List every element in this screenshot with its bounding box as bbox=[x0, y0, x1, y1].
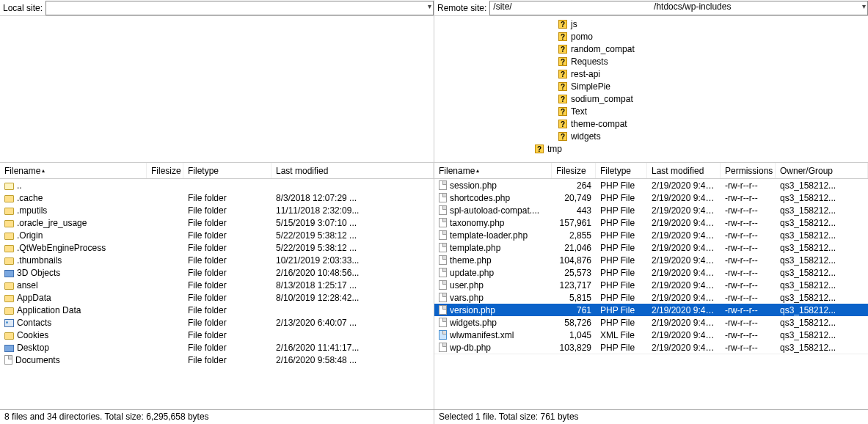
file-lastmod: 2/16/2020 10:48:56... bbox=[271, 268, 434, 278]
tree-item[interactable]: ?SimplePie bbox=[434, 80, 868, 92]
table-row[interactable]: .QtWebEngineProcessFile folder5/22/2019 … bbox=[0, 241, 434, 254]
unknown-folder-icon: ? bbox=[558, 44, 568, 54]
table-row[interactable]: taxonomy.php157,961PHP File2/19/2020 9:4… bbox=[434, 216, 868, 229]
table-row[interactable]: .cacheFile folder8/3/2018 12:07:29 ... bbox=[0, 191, 434, 204]
file-size: 123,717 bbox=[552, 280, 596, 290]
table-row[interactable]: .. bbox=[0, 179, 434, 191]
tree-item[interactable]: ?pomo bbox=[434, 30, 868, 43]
file-permissions: -rw-r--r-- bbox=[721, 305, 776, 315]
file-type: PHP File bbox=[596, 305, 647, 315]
table-row[interactable]: version.php761PHP File2/19/2020 9:45:...… bbox=[434, 304, 868, 316]
table-row[interactable]: AppDataFile folder8/10/2019 12:28:42... bbox=[0, 291, 434, 304]
table-row[interactable]: anselFile folder8/13/2018 1:25:17 ... bbox=[0, 279, 434, 291]
table-row[interactable]: .thumbnailsFile folder10/21/2019 2:03:33… bbox=[0, 254, 434, 266]
table-row[interactable]: shortcodes.php20,749PHP File2/19/2020 9:… bbox=[434, 191, 868, 204]
file-lastmod: 2/19/2020 9:45:... bbox=[647, 230, 721, 241]
tree-item[interactable]: ?tmp bbox=[434, 142, 868, 155]
file-lastmod: 2/19/2020 9:45:... bbox=[647, 205, 721, 216]
local-site-input[interactable]: ▾ bbox=[45, 1, 434, 15]
table-row[interactable]: .mputilsFile folder11/11/2018 2:32:09... bbox=[0, 204, 434, 216]
file-size: 20,749 bbox=[552, 193, 596, 203]
file-permissions: -rw-r--r-- bbox=[721, 243, 776, 253]
file-icon bbox=[4, 355, 12, 365]
local-file-list[interactable]: Filename▴ Filesize Filetype Last modifie… bbox=[0, 163, 434, 409]
file-lastmod: 2/19/2020 9:45:... bbox=[647, 343, 721, 353]
table-row[interactable]: CookiesFile folder bbox=[0, 329, 434, 341]
file-icon bbox=[439, 218, 447, 227]
col-filesize[interactable]: Filesize bbox=[552, 163, 596, 178]
tree-item[interactable]: ?widgets bbox=[434, 130, 868, 142]
table-row[interactable]: vars.php5,815PHP File2/19/2020 9:45:...-… bbox=[434, 291, 868, 304]
col-lastmodified[interactable]: Last modified bbox=[647, 163, 721, 178]
folder-special-icon bbox=[4, 270, 14, 277]
file-lastmod: 11/11/2018 2:32:09... bbox=[271, 205, 434, 216]
file-type: PHP File bbox=[596, 293, 647, 303]
table-row[interactable]: .OriginFile folder5/22/2019 5:38:12 ... bbox=[0, 229, 434, 241]
table-row[interactable]: spl-autoload-compat....443PHP File2/19/2… bbox=[434, 204, 868, 216]
file-name: wp-db.php bbox=[450, 343, 491, 353]
col-filetype[interactable]: Filetype bbox=[596, 163, 647, 178]
file-name: version.php bbox=[450, 305, 495, 315]
table-row[interactable]: DesktopFile folder2/16/2020 11:41:17... bbox=[0, 341, 434, 354]
remote-tree[interactable]: ?js?pomo?random_compat?Requests?rest-api… bbox=[434, 16, 868, 163]
file-size: 104,876 bbox=[552, 255, 596, 266]
table-row[interactable]: DocumentsFile folder2/16/2020 9:58:48 ..… bbox=[0, 354, 434, 366]
table-row[interactable]: wp-db.php103,829PHP File2/19/2020 9:45:.… bbox=[434, 341, 868, 354]
tree-label: tmp bbox=[547, 144, 562, 154]
table-row[interactable]: ContactsFile folder2/13/2020 6:40:07 ... bbox=[0, 316, 434, 329]
tree-item[interactable]: ?rest-api bbox=[434, 67, 868, 80]
col-filesize[interactable]: Filesize bbox=[147, 163, 183, 178]
table-row[interactable]: template-loader.php2,855PHP File2/19/202… bbox=[434, 229, 868, 241]
unknown-folder-icon: ? bbox=[558, 69, 568, 79]
tree-item[interactable]: ?js bbox=[434, 18, 868, 30]
file-lastmod: 2/16/2020 9:58:48 ... bbox=[271, 355, 434, 365]
remote-site-input[interactable]: /site/ /htdocs/wp-includes ▾ bbox=[489, 1, 868, 15]
chevron-down-icon[interactable]: ▾ bbox=[862, 2, 866, 10]
file-type: PHP File bbox=[596, 218, 647, 228]
table-row[interactable]: user.php123,717PHP File2/19/2020 9:45:..… bbox=[434, 279, 868, 291]
file-size: 264 bbox=[552, 180, 596, 191]
tree-label: Text bbox=[571, 106, 587, 117]
file-lastmod: 2/16/2020 11:41:17... bbox=[271, 343, 434, 353]
file-owner: qs3_158212... bbox=[776, 205, 868, 216]
table-row[interactable]: 3D ObjectsFile folder2/16/2020 10:48:56.… bbox=[0, 266, 434, 279]
unknown-folder-icon: ? bbox=[558, 131, 568, 142]
file-owner: qs3_158212... bbox=[776, 268, 868, 278]
table-row[interactable]: update.php25,573PHP File2/19/2020 9:45:.… bbox=[434, 266, 868, 279]
status-bar: 8 files and 34 directories. Total size: … bbox=[0, 409, 868, 424]
table-row[interactable]: template.php21,046PHP File2/19/2020 9:45… bbox=[434, 241, 868, 254]
tree-item[interactable]: ?random_compat bbox=[434, 43, 868, 55]
col-filename[interactable]: Filename▴ bbox=[434, 163, 552, 178]
table-row[interactable]: theme.php104,876PHP File2/19/2020 9:45:.… bbox=[434, 254, 868, 266]
tree-item[interactable]: ?theme-compat bbox=[434, 117, 868, 130]
col-filename[interactable]: Filename▴ bbox=[0, 163, 147, 178]
table-row[interactable]: wlwmanifest.xml1,045XML File2/19/2020 9:… bbox=[434, 329, 868, 341]
file-owner: qs3_158212... bbox=[776, 305, 868, 315]
file-name: taxonomy.php bbox=[450, 218, 505, 228]
table-row[interactable]: .oracle_jre_usageFile folder5/15/2019 3:… bbox=[0, 216, 434, 229]
table-row[interactable]: Application DataFile folder bbox=[0, 304, 434, 316]
col-permissions[interactable]: Permissions bbox=[721, 163, 776, 178]
table-row[interactable]: widgets.php58,726PHP File2/19/2020 9:45:… bbox=[434, 316, 868, 329]
col-filetype[interactable]: Filetype bbox=[183, 163, 271, 178]
remote-file-list[interactable]: Filename▴ Filesize Filetype Last modifie… bbox=[434, 163, 868, 409]
col-lastmodified[interactable]: Last modified bbox=[271, 163, 434, 178]
tree-label: widgets bbox=[571, 131, 601, 142]
file-owner: qs3_158212... bbox=[776, 180, 868, 191]
file-owner: qs3_158212... bbox=[776, 318, 868, 328]
chevron-down-icon[interactable]: ▾ bbox=[428, 2, 431, 10]
unknown-folder-icon: ? bbox=[558, 94, 568, 104]
tree-label: js bbox=[571, 19, 577, 29]
horizontal-scrollbar[interactable] bbox=[434, 354, 868, 365]
table-row[interactable]: session.php264PHP File2/19/2020 9:45:...… bbox=[434, 179, 868, 191]
tree-item[interactable]: ?Text bbox=[434, 105, 868, 117]
tree-item[interactable]: ?sodium_compat bbox=[434, 92, 868, 105]
file-name: AppData bbox=[17, 293, 51, 303]
file-name: Contacts bbox=[17, 318, 51, 328]
file-owner: qs3_158212... bbox=[776, 193, 868, 203]
folder-icon bbox=[4, 307, 14, 315]
local-tree[interactable] bbox=[0, 16, 434, 163]
folder-icon bbox=[4, 220, 14, 227]
col-owner-group[interactable]: Owner/Group bbox=[776, 163, 868, 178]
tree-item[interactable]: ?Requests bbox=[434, 55, 868, 67]
